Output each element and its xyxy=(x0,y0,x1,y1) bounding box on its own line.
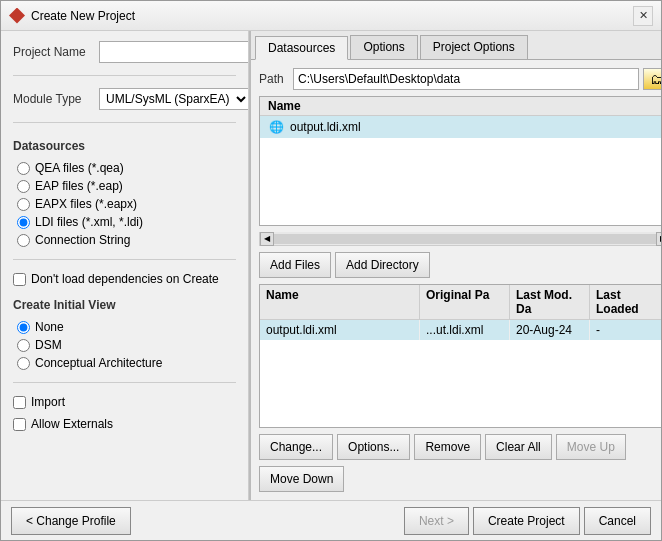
cancel-button[interactable]: Cancel xyxy=(584,507,651,535)
folder-icon: 🗂 xyxy=(650,71,661,87)
col-name: Name xyxy=(260,285,420,319)
change-profile-button[interactable]: < Change Profile xyxy=(11,507,131,535)
add-directory-button[interactable]: Add Directory xyxy=(335,252,430,278)
change-button[interactable]: Change... xyxy=(259,434,333,460)
dont-load-checkbox-row[interactable]: Don't load dependencies on Create xyxy=(13,272,236,286)
project-name-label: Project Name xyxy=(13,45,93,59)
scroll-track[interactable] xyxy=(274,234,656,244)
options-button[interactable]: Options... xyxy=(337,434,410,460)
move-down-button[interactable]: Move Down xyxy=(259,466,344,492)
right-panel: Datasources Options Project Options Path… xyxy=(251,31,661,500)
datasource-eapx-radio[interactable] xyxy=(17,198,30,211)
file-list-container: Name 🌐 output.ldi.xml xyxy=(259,96,661,226)
title-bar-left: Create New Project xyxy=(9,8,135,24)
bottom-bar-left: < Change Profile xyxy=(11,507,131,535)
tab-datasources[interactable]: Datasources xyxy=(255,36,348,60)
dont-load-checkbox[interactable] xyxy=(13,273,26,286)
datasource-ldi-label: LDI files (*.xml, *.ldi) xyxy=(35,215,143,229)
bottom-bar-right: Next > Create Project Cancel xyxy=(404,507,651,535)
datasource-ldi[interactable]: LDI files (*.xml, *.ldi) xyxy=(17,215,236,229)
window-title: Create New Project xyxy=(31,9,135,23)
divider-4 xyxy=(13,382,236,383)
initial-conceptual[interactable]: Conceptual Architecture xyxy=(17,356,236,370)
scroll-right-button[interactable]: ▶ xyxy=(656,232,661,246)
browse-folder-button[interactable]: 🗂 xyxy=(643,68,661,90)
path-input[interactable] xyxy=(293,68,639,90)
initial-view-radio-group: None DSM Conceptual Architecture xyxy=(13,320,236,370)
datasource-eap[interactable]: EAP files (*.eap) xyxy=(17,179,236,193)
initial-none-radio[interactable] xyxy=(17,321,30,334)
initial-dsm[interactable]: DSM xyxy=(17,338,236,352)
module-type-row: Module Type UML/SysML (SparxEA) xyxy=(13,88,236,110)
tab-datasources-label: Datasources xyxy=(268,41,335,55)
close-button[interactable]: ✕ xyxy=(633,6,653,26)
datasource-qea-label: QEA files (*.qea) xyxy=(35,161,124,175)
initial-conceptual-label: Conceptual Architecture xyxy=(35,356,162,370)
datasource-eapx-label: EAPX files (*.eapx) xyxy=(35,197,137,211)
file-list-item[interactable]: 🌐 output.ldi.xml xyxy=(260,116,661,138)
divider-2 xyxy=(13,122,236,123)
tab-content-datasources: Path 🗂 Name 🌐 output.ldi.xml ◀ xyxy=(251,60,661,500)
action-buttons-row2: Move Down xyxy=(259,466,661,492)
datasource-qea[interactable]: QEA files (*.qea) xyxy=(17,161,236,175)
datasource-conn[interactable]: Connection String xyxy=(17,233,236,247)
add-files-button[interactable]: Add Files xyxy=(259,252,331,278)
left-panel: Project Name Module Type UML/SysML (Spar… xyxy=(1,31,249,500)
ds-cell-last-mod: 20-Aug-24 xyxy=(510,320,590,340)
action-buttons-row: Change... Options... Remove Clear All Mo… xyxy=(259,434,661,460)
next-button[interactable]: Next > xyxy=(404,507,469,535)
initial-dsm-radio[interactable] xyxy=(17,339,30,352)
col-original-path: Original Pa xyxy=(420,285,510,319)
allow-externals-checkbox[interactable] xyxy=(13,418,26,431)
datasource-conn-label: Connection String xyxy=(35,233,130,247)
scroll-left-button[interactable]: ◀ xyxy=(260,232,274,246)
ds-cell-name: output.ldi.xml xyxy=(260,320,420,340)
initial-dsm-label: DSM xyxy=(35,338,62,352)
col-last-mod: Last Mod. Da xyxy=(510,285,590,319)
import-checkbox[interactable] xyxy=(13,396,26,409)
app-icon xyxy=(9,8,25,24)
clear-all-button[interactable]: Clear All xyxy=(485,434,552,460)
file-list-header: Name xyxy=(260,97,661,116)
datasource-ldi-radio[interactable] xyxy=(17,216,30,229)
horizontal-scrollbar[interactable]: ◀ ▶ xyxy=(259,232,661,246)
project-name-input[interactable] xyxy=(99,41,249,63)
datasource-radio-group: QEA files (*.qea) EAP files (*.eap) EAPX… xyxy=(13,161,236,247)
datasource-eap-radio[interactable] xyxy=(17,180,30,193)
tab-project-options[interactable]: Project Options xyxy=(420,35,528,59)
project-name-row: Project Name xyxy=(13,41,236,63)
allow-externals-checkbox-row[interactable]: Allow Externals xyxy=(13,417,236,431)
create-project-button[interactable]: Create Project xyxy=(473,507,580,535)
create-initial-label: Create Initial View xyxy=(13,298,236,312)
main-content: Project Name Module Type UML/SysML (Spar… xyxy=(1,31,661,500)
remove-button[interactable]: Remove xyxy=(414,434,481,460)
bottom-bar: < Change Profile Next > Create Project C… xyxy=(1,500,661,540)
dont-load-label: Don't load dependencies on Create xyxy=(31,272,219,286)
ds-cell-original-path: ...ut.ldi.xml xyxy=(420,320,510,340)
divider-1 xyxy=(13,75,236,76)
tabs-bar: Datasources Options Project Options xyxy=(251,31,661,60)
module-type-select[interactable]: UML/SysML (SparxEA) xyxy=(99,88,249,110)
tab-options[interactable]: Options xyxy=(350,35,417,59)
datasource-table: Name Original Pa Last Mod. Da Last Loade… xyxy=(259,284,661,428)
path-row: Path 🗂 xyxy=(259,68,661,90)
col-last-loaded: Last Loaded xyxy=(590,285,661,319)
import-label: Import xyxy=(31,395,65,409)
ds-cell-last-loaded: - xyxy=(590,320,661,340)
file-name: output.ldi.xml xyxy=(290,120,361,134)
move-up-button[interactable]: Move Up xyxy=(556,434,626,460)
datasource-eap-label: EAP files (*.eap) xyxy=(35,179,123,193)
datasources-section-label: Datasources xyxy=(13,139,236,153)
initial-none[interactable]: None xyxy=(17,320,236,334)
datasource-qea-radio[interactable] xyxy=(17,162,30,175)
initial-none-label: None xyxy=(35,320,64,334)
datasource-row[interactable]: output.ldi.xml ...ut.ldi.xml 20-Aug-24 - xyxy=(260,320,661,340)
initial-conceptual-radio[interactable] xyxy=(17,357,30,370)
add-buttons-row: Add Files Add Directory xyxy=(259,252,661,278)
module-type-label: Module Type xyxy=(13,92,93,106)
main-window: Create New Project ✕ Project Name Module… xyxy=(0,0,662,541)
datasource-eapx[interactable]: EAPX files (*.eapx) xyxy=(17,197,236,211)
import-checkbox-row[interactable]: Import xyxy=(13,395,236,409)
tab-project-options-label: Project Options xyxy=(433,40,515,54)
datasource-conn-radio[interactable] xyxy=(17,234,30,247)
